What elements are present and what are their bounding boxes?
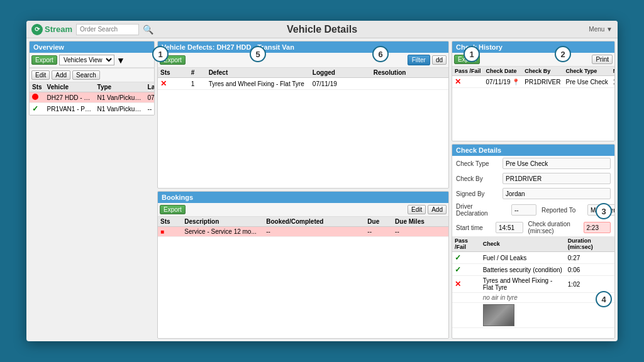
search-icon[interactable]: 🔍: [143, 25, 153, 35]
app-logo: ⟳ Stream: [31, 24, 72, 35]
number-5-circle: 5: [250, 46, 266, 62]
row-sts: [30, 92, 45, 103]
check-history-print-button[interactable]: Print: [592, 55, 613, 64]
row-check-date: 07/11/19 📍: [484, 76, 523, 88]
thumbnail-image: [483, 304, 514, 326]
row-num: 1: [189, 78, 206, 90]
filter-button[interactable]: Filter: [408, 55, 430, 65]
defects-header: Vehicle Defects: DH27 HDD - Transit Van: [158, 41, 448, 53]
row-mileage: 13000: [611, 76, 615, 88]
driver-declaration-input[interactable]: [511, 204, 536, 216]
item-duration: 0:27: [565, 252, 614, 264]
col-check-date: Check Date: [484, 67, 523, 76]
logo-icon: ⟳: [31, 24, 43, 35]
item-duration: 0:06: [565, 264, 614, 276]
check-item-row: ✕ Tyres and Wheel Fixing - Flat Tyre 1:0…: [452, 276, 614, 293]
check-by-input[interactable]: [502, 173, 611, 184]
row-pass-fail: ✕: [452, 76, 484, 88]
check-history-table: Pass /Fail Check Date Check By Check Typ…: [452, 67, 615, 88]
view-select[interactable]: Vehicles View: [59, 55, 114, 65]
col-type: Type: [95, 82, 145, 92]
table-row[interactable]: ✓ PR1VAN1 - Proximity Vehi... N1 Van/Pic…: [30, 103, 154, 115]
row-booked: --: [264, 227, 365, 237]
row-vehicle: DH27 HDD - Transit Van: [45, 92, 95, 103]
dropdown-icon[interactable]: ▼: [116, 55, 125, 65]
item-thumbnail: [480, 303, 614, 328]
table-row[interactable]: ✕ 07/11/19 📍 PR1DRIVER Pre Use Check 130…: [452, 76, 615, 88]
item-note: no air in tyre: [480, 293, 614, 303]
signed-by-input[interactable]: [502, 188, 611, 199]
menu-button[interactable]: Menu ▼: [589, 26, 613, 33]
col-last-check: Last Check: [145, 82, 154, 92]
defects-add-button[interactable]: dd: [432, 55, 447, 65]
check-item-row: no air in tyre: [452, 293, 614, 303]
table-row[interactable]: ■ Service - Service 12 mo... -- -- --: [158, 227, 448, 237]
check-details-header: Check Details: [452, 145, 614, 156]
col-booked: Booked/Completed: [264, 217, 365, 227]
table-row[interactable]: DH27 HDD - Transit Van N1 Van/Pickup/LGV…: [30, 92, 154, 103]
time-duration-row: Start time Check duration (min:sec): [452, 219, 614, 236]
search-input[interactable]: [76, 24, 139, 35]
col-mileage: Mileage: [611, 67, 615, 76]
col-check-type: Check Type: [564, 67, 611, 76]
item-pass-fail: ✓: [452, 264, 480, 276]
signed-by-row: Signed By: [452, 186, 614, 201]
driver-reported-row: Driver Declaration Reported To: [452, 201, 614, 219]
check-type-input[interactable]: [502, 158, 611, 169]
overview-add-button[interactable]: Add: [52, 70, 70, 80]
table-row[interactable]: ✕ 1 Tyres and Wheel Fixing - Flat Tyre 0…: [158, 78, 448, 90]
row-sts: ✓: [30, 103, 45, 115]
row-due-miles: --: [392, 227, 448, 237]
page-title: Vehicle Details: [287, 24, 357, 35]
col-pass-fail: Pass /Fail: [452, 236, 480, 252]
number-6-circle: 6: [372, 46, 389, 62]
row-sts: ✕: [158, 78, 189, 90]
row-defect: Tyres and Wheel Fixing - Flat Tyre: [206, 78, 310, 90]
check-duration-input[interactable]: [584, 222, 611, 233]
item-check: Tyres and Wheel Fixing - Flat Tyre: [480, 276, 565, 293]
defects-panel: Vehicle Defects: DH27 HDD - Transit Van …: [157, 41, 449, 189]
check-items-table: Pass /Fail Check Duration (min:sec) ✓ Fu…: [452, 236, 614, 328]
row-type: N1 Van/Pickup/LGV: [95, 92, 145, 103]
row-logged: 07/11/19: [310, 78, 371, 90]
item-pass-fail: ✓: [452, 252, 480, 264]
check-item-row: ✓ Batteries security (condition) 0:06: [452, 264, 614, 276]
col-resolution: Resolution: [371, 68, 448, 78]
number-3-circle: 3: [596, 203, 612, 219]
col-defect: Defect: [206, 68, 310, 78]
check-type-row: Check Type: [452, 156, 614, 171]
check-item-row: ✓ Fuel / Oil Leaks 0:27: [452, 252, 614, 264]
item-pass-fail: [452, 293, 480, 303]
overview-search-button[interactable]: Search: [72, 70, 100, 80]
check-details-panel: Check Details Check Type Check By Signed…: [452, 144, 615, 339]
number-2-circle: 2: [555, 46, 571, 62]
row-sts: ■: [158, 227, 182, 237]
number-11-circle: 1: [152, 46, 169, 62]
bookings-edit-button[interactable]: Edit: [408, 205, 426, 214]
col-due: Due: [365, 217, 392, 227]
row-type: N1 Van/Pickup/LGV: [95, 103, 145, 115]
col-pass-fail: Pass /Fail: [452, 67, 484, 76]
row-last-check: --: [145, 103, 154, 115]
row-last-check: 07/11/19: [145, 92, 154, 103]
row-resolution: [371, 78, 448, 90]
bookings-table: Sts Description Booked/Completed Due Due…: [158, 217, 448, 237]
check-item-thumbnail-row: [452, 303, 614, 328]
col-description: Description: [182, 217, 264, 227]
defects-table: Sts # Defect Logged Resolution ✕ 1: [158, 68, 448, 90]
overview-panel: Overview Export Vehicles View ▼ Edit Add…: [29, 41, 155, 116]
bookings-add-button[interactable]: Add: [428, 205, 447, 214]
col-duration: Duration (min:sec): [565, 236, 614, 252]
overview-export-button[interactable]: Export: [31, 55, 57, 65]
item-check: Batteries security (condition): [480, 264, 565, 276]
item-check: Fuel / Oil Leaks: [480, 252, 565, 264]
start-time-input[interactable]: [496, 222, 523, 233]
row-check-type: Pre Use Check: [564, 76, 611, 88]
bookings-export-button[interactable]: Export: [160, 205, 186, 214]
row-vehicle: PR1VAN1 - Proximity Vehi...: [45, 103, 95, 115]
overview-edit-button[interactable]: Edit: [31, 70, 50, 80]
col-sts: Sts: [158, 68, 189, 78]
overview-header: Overview: [30, 41, 154, 53]
number-1-circle: 1: [464, 46, 480, 62]
middle-panel: Vehicle Defects: DH27 HDD - Transit Van …: [157, 41, 449, 339]
